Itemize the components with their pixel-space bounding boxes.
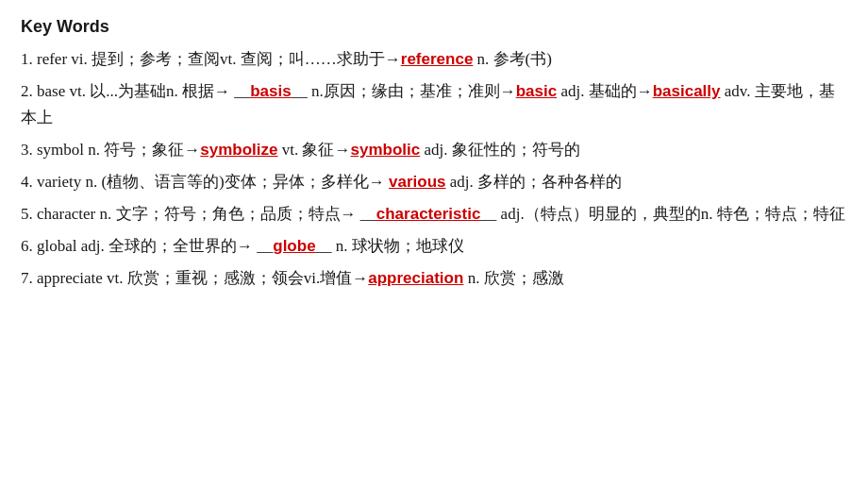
keyword-characteristic: characteristic — [376, 205, 481, 223]
section-title: Key Words — [21, 17, 847, 37]
entry-5-text-1: 5. character n. 文字；符号；角色；品质；特点→ __ — [21, 205, 376, 223]
entry-2-text-1: 2. base vt. 以...为基础n. 根据→ __ — [21, 82, 250, 100]
keyword-basically: basically — [653, 82, 721, 100]
entry-6-text-2: __ n. 球状物；地球仪 — [316, 237, 464, 255]
entry-6: 6. global adj. 全球的；全世界的→ __globe__ n. 球状… — [21, 233, 847, 260]
entry-3: 3. symbol n. 符号；象征→symbolize vt. 象征→symb… — [21, 137, 847, 163]
entry-7: 7. appreciate vt. 欣赏；重视；感激；领会vi.增值→appre… — [21, 265, 847, 292]
keyword-basis: basis — [250, 82, 291, 100]
keyword-basic: basic — [516, 82, 557, 100]
keyword-symbolize: symbolize — [200, 141, 277, 159]
keyword-various: various — [389, 173, 445, 191]
entry-2: 2. base vt. 以...为基础n. 根据→ __basis__ n.原因… — [21, 78, 847, 131]
entry-5-text-2: __ adj.（特点）明显的，典型的n. 特色；特点；特征 — [480, 205, 844, 223]
entry-1: 1. refer vi. 提到；参考；查阅vt. 查阅；叫……求助于→refer… — [21, 46, 847, 73]
entry-7-text-1: 7. appreciate vt. 欣赏；重视；感激；领会vi.增值→ — [21, 269, 368, 287]
keyword-globe: globe — [273, 237, 315, 255]
entry-4-text-1: 4. variety n. (植物、语言等的)变体；异体；多样化→ — [21, 173, 389, 191]
keyword-appreciation: appreciation — [368, 269, 463, 287]
key-words-section: Key Words 1. refer vi. 提到；参考；查阅vt. 查阅；叫…… — [21, 17, 847, 292]
keyword-reference: reference — [401, 50, 474, 68]
entry-6-text-1: 6. global adj. 全球的；全世界的→ __ — [21, 237, 273, 255]
entry-4-text-2: adj. 多样的；各种各样的 — [446, 173, 623, 191]
entry-5: 5. character n. 文字；符号；角色；品质；特点→ __charac… — [21, 201, 847, 228]
entry-3-text-1: 3. symbol n. 符号；象征→ — [21, 141, 200, 159]
entry-3-text-3: adj. 象征性的；符号的 — [420, 141, 580, 159]
entry-7-text-2: n. 欣赏；感激 — [463, 269, 563, 287]
entry-2-text-2: __ n.原因；缘由；基准；准则→ — [292, 82, 516, 100]
entry-2-text-3: adj. 基础的→ — [557, 82, 653, 100]
entry-3-text-2: vt. 象征→ — [278, 141, 351, 159]
entry-1-text: 1. refer vi. 提到；参考；查阅vt. 查阅；叫……求助于→ — [21, 50, 401, 68]
entry-4: 4. variety n. (植物、语言等的)变体；异体；多样化→ variou… — [21, 169, 847, 195]
entry-1-text-2: n. 参考(书) — [473, 50, 552, 68]
keyword-symbolic: symbolic — [351, 141, 421, 159]
